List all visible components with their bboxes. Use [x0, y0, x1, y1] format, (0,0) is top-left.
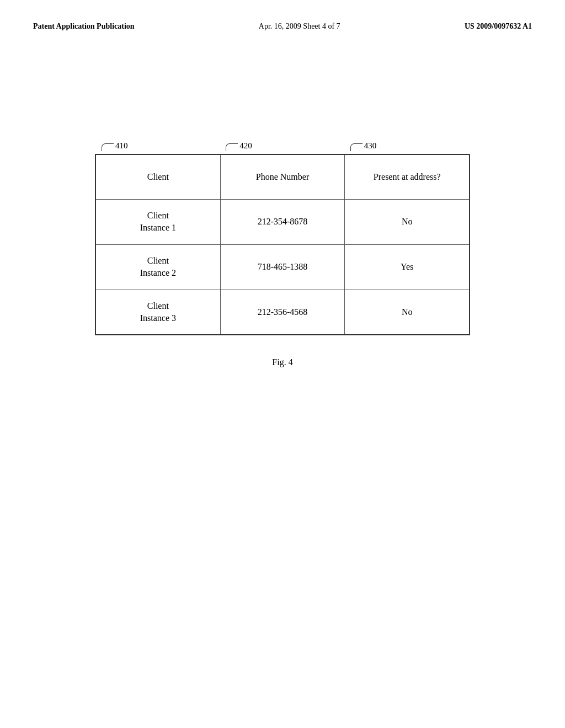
- table-row: ClientInstance 2 718-465-1388 Yes: [96, 245, 469, 290]
- col-id-410: 410: [115, 141, 128, 151]
- bracket-corner-410: [102, 143, 114, 151]
- bracket-corner-420: [226, 143, 238, 151]
- table-row: ClientInstance 1 212-354-8678 No: [96, 200, 469, 245]
- page: Patent Application Publication Apr. 16, …: [0, 0, 565, 728]
- bracket-420: 420: [226, 141, 252, 151]
- present-3: No: [402, 306, 413, 318]
- col-label-430: 430: [346, 141, 470, 151]
- page-header: Patent Application Publication Apr. 16, …: [33, 22, 532, 31]
- col-label-410: 410: [95, 141, 221, 151]
- data-table: Client Phone Number Present at address? …: [95, 154, 470, 335]
- client-instance-2: ClientInstance 2: [140, 255, 176, 280]
- phone-3: 212-356-4568: [258, 306, 308, 318]
- cell-phone-2: 718-465-1388: [221, 245, 345, 290]
- cell-client-1: ClientInstance 1: [96, 200, 221, 244]
- cell-client-2: ClientInstance 2: [96, 245, 221, 290]
- header-phone-label: Phone Number: [256, 171, 309, 183]
- present-1: No: [402, 216, 413, 228]
- cell-phone-3: 212-356-4568: [221, 290, 345, 335]
- header-client-label: Client: [147, 171, 169, 183]
- cell-phone-1: 212-354-8678: [221, 200, 345, 244]
- header-cell-present: Present at address?: [345, 155, 469, 199]
- table-row: ClientInstance 3 212-356-4568 No: [96, 290, 469, 335]
- col-label-420: 420: [221, 141, 345, 151]
- present-2: Yes: [401, 261, 413, 273]
- cell-present-3: No: [345, 290, 469, 335]
- cell-present-2: Yes: [345, 245, 469, 290]
- header-cell-phone: Phone Number: [221, 155, 345, 199]
- header-left: Patent Application Publication: [33, 22, 135, 31]
- header-right: US 2009/0097632 A1: [465, 22, 532, 31]
- col-id-420: 420: [239, 141, 252, 151]
- figure-label: Fig. 4: [272, 357, 292, 367]
- header-present-label: Present at address?: [374, 171, 441, 183]
- phone-2: 718-465-1388: [258, 261, 308, 273]
- header-center: Apr. 16, 2009 Sheet 4 of 7: [259, 22, 340, 31]
- col-id-430: 430: [364, 141, 377, 151]
- phone-1: 212-354-8678: [258, 216, 308, 228]
- diagram-container: 410 420 430: [95, 141, 470, 335]
- cell-client-3: ClientInstance 3: [96, 290, 221, 335]
- bracket-430: 430: [350, 141, 377, 151]
- main-content: 410 420 430: [33, 141, 532, 367]
- bracket-corner-430: [350, 143, 363, 151]
- client-instance-3: ClientInstance 3: [140, 300, 176, 325]
- table-header-row: Client Phone Number Present at address?: [96, 155, 469, 200]
- cell-present-1: No: [345, 200, 469, 244]
- column-labels-container: 410 420 430: [95, 141, 470, 154]
- header-cell-client: Client: [96, 155, 221, 199]
- client-instance-1: ClientInstance 1: [140, 210, 176, 234]
- bracket-410: 410: [102, 141, 128, 151]
